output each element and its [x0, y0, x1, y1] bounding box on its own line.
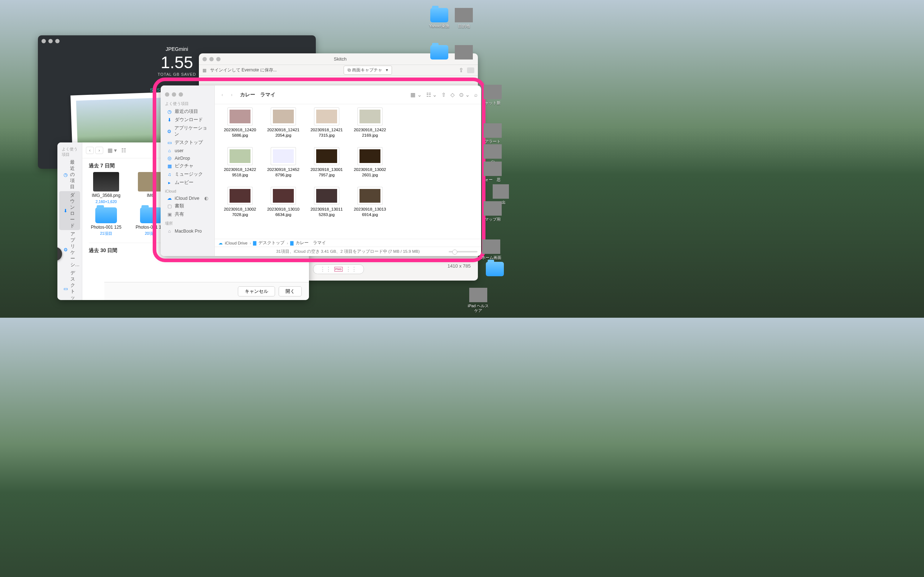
sidebar-item[interactable]: ☁︎iCloud Drive◐	[162, 194, 213, 202]
forward-button[interactable]: ›	[95, 147, 103, 154]
capture-button[interactable]: ⧉ 画面キャプチャ ▾	[344, 66, 392, 75]
file-thumbnail[interactable]	[271, 108, 296, 125]
file-name[interactable]: 20230918_124205886.jpg	[220, 127, 261, 138]
view-menu[interactable]: ▦ ▾	[108, 147, 117, 154]
signin-text[interactable]: サインインして Evernote に保存...	[210, 67, 277, 73]
file-name[interactable]: IMG	[147, 193, 155, 198]
folder-icon[interactable]	[95, 207, 117, 223]
file-name[interactable]: 20230918_130027028.jpg	[220, 206, 261, 218]
file-thumbnail[interactable]	[314, 148, 339, 165]
file-name[interactable]: 20230918_130022601.jpg	[349, 167, 391, 178]
file-name[interactable]: 20230918_124528796.jpg	[263, 167, 304, 178]
file-name[interactable]: 20230918_130106634.jpg	[263, 206, 304, 218]
file-thumbnail[interactable]	[314, 108, 339, 125]
sync-badge-icon: ◐	[204, 195, 208, 201]
file-thumbnail[interactable]	[228, 187, 252, 205]
more-icon[interactable]: ⊙ ⌄	[459, 92, 470, 98]
path-segment[interactable]: カレー ラマイ	[296, 240, 326, 246]
open-button[interactable]: 開く	[279, 286, 302, 297]
desktop-item[interactable]	[484, 262, 506, 278]
folder-icon: ▇	[290, 240, 294, 246]
file-name[interactable]: 20230918_124222169.jpg	[349, 127, 391, 138]
forward-button[interactable]: ›	[228, 91, 236, 98]
icon-size-slider[interactable]	[449, 251, 478, 253]
desktop-item[interactable]: ャット新	[481, 85, 504, 105]
sidebar-item[interactable]: ◷最近の項目	[59, 158, 80, 191]
finder-window: よく使う項目 ◷最近の項目⬇︎ダウンロード⚙︎アプリケーション▭デスクトップ⌂u…	[161, 85, 481, 256]
nav-buttons[interactable]: ‹›	[86, 147, 103, 154]
sidebar-item[interactable]: ◷最近の項目	[162, 108, 213, 116]
sidebar-item-label: AirDrop	[175, 156, 190, 161]
path-segment[interactable]: iCloud Drive	[225, 241, 247, 245]
back-button[interactable]: ‹	[86, 147, 94, 154]
drag-handle-icon[interactable]: ⋮⋮	[346, 266, 357, 272]
file-thumbnail[interactable]	[228, 108, 252, 125]
file-name[interactable]: 20230918_124212054.jpg	[263, 127, 304, 138]
folder-name[interactable]: Photos-001 125	[91, 225, 122, 230]
file-thumbnail[interactable]	[271, 187, 296, 205]
sidebar-item[interactable]: ▭デスクトップ	[59, 269, 80, 300]
share-icon[interactable]: ⇧	[441, 92, 446, 98]
path-bar[interactable]: ☁︎ iCloud Drive › ▇ デスクトップ › ▇ カレー ラマイ	[215, 239, 481, 247]
file-thumbnail[interactable]	[358, 108, 382, 125]
sidebar-item[interactable]: ▢書類	[162, 202, 213, 210]
file-thumbnail[interactable]	[93, 172, 119, 192]
sidebar-item[interactable]: ⌂MacBook Pro	[162, 227, 213, 235]
format-pill[interactable]: ⋮⋮ PNG ⋮⋮	[313, 264, 364, 274]
sidebar-item[interactable]: ▸ムービー	[162, 179, 213, 187]
back-button[interactable]: ‹	[218, 91, 226, 98]
sidebar-item[interactable]: ⚙︎アプリケーション	[162, 124, 213, 139]
file-name[interactable]: 20230918_130115283.jpg	[306, 206, 347, 218]
view-menu[interactable]: ▦ ⌄	[410, 92, 422, 98]
sidebar-item[interactable]: ⬇︎ダウンロード	[59, 191, 80, 230]
window-controls[interactable]	[199, 53, 224, 65]
sidebar-item[interactable]: ⬇︎ダウンロード	[162, 116, 213, 124]
status-text: 31項目、iCloud の空き 3.41 GB、2 項目をアップロード中 (7 …	[276, 249, 420, 254]
window-controls[interactable]	[38, 35, 316, 47]
nav-buttons[interactable]: ‹ ›	[218, 91, 236, 98]
search-icon[interactable]: ⌕	[474, 92, 478, 98]
desktop-item[interactable]: ホーム画面	[480, 239, 502, 260]
sidebar-item[interactable]: ♫ミュージック	[162, 170, 213, 179]
file-thumbnail[interactable]	[314, 187, 339, 205]
desktop-item[interactable]: ォー 思	[481, 161, 504, 182]
group-menu[interactable]: ☷	[121, 147, 126, 154]
file-name[interactable]: 20230918_124217315.jpg	[306, 127, 347, 138]
window-controls[interactable]	[161, 87, 215, 99]
path-segment[interactable]: デスクトップ	[258, 240, 284, 246]
desktop-item[interactable]: 目的地	[452, 8, 475, 29]
file-thumbnail[interactable]	[358, 148, 382, 165]
sidebar-item[interactable]: ▭デスクトップ	[162, 139, 213, 147]
file-thumbnail[interactable]	[228, 148, 252, 165]
grid-icon[interactable]: ▦	[202, 68, 207, 73]
sidebar-item[interactable]: ◎AirDrop	[162, 154, 213, 162]
image-box-icon[interactable]	[467, 68, 474, 73]
sidebar-item[interactable]: ▦ピクチャ	[162, 162, 213, 170]
file-thumbnail[interactable]	[138, 172, 164, 192]
group-menu[interactable]: ☷ ⌄	[426, 92, 437, 98]
share-icon[interactable]: ⇪	[459, 67, 464, 74]
file-name[interactable]: 20230918_130017957.jpg	[306, 167, 347, 178]
cancel-button[interactable]: キャンセル	[238, 286, 275, 297]
file-thumbnail[interactable]	[271, 148, 296, 165]
folder-icon[interactable]	[140, 207, 162, 223]
tag-icon[interactable]: ◇	[451, 92, 455, 98]
desktop-item[interactable]	[452, 45, 475, 61]
desktop-icon: ▭	[63, 286, 68, 292]
file-name[interactable]: 20230918_130136914.jpg	[349, 206, 391, 218]
desktop-item[interactable]: Yahoo!乗換	[428, 8, 451, 29]
desktop-item[interactable]: iPad ヘルスケア	[467, 288, 489, 313]
desktop-item[interactable]: アラート	[481, 123, 504, 144]
sidebar-item[interactable]: ▣共有	[162, 210, 213, 219]
sidebar-item-label: ダウンロード	[175, 117, 203, 123]
shared-icon: ▣	[167, 212, 172, 217]
file-name[interactable]: 20230918_124229518.jpg	[220, 167, 261, 178]
file-name[interactable]: IMG_3568.png	[92, 193, 120, 198]
sidebar-item[interactable]: ⚙︎アプリケーシ…	[59, 230, 80, 269]
drag-handle-icon[interactable]: ⋮⋮	[320, 266, 331, 272]
sidebar-item[interactable]: ⌂user	[162, 147, 213, 154]
desktop-item[interactable]: マップ用	[481, 201, 504, 222]
sidebar-item-label: 書類	[175, 203, 184, 209]
desktop-item[interactable]	[428, 45, 451, 61]
file-thumbnail[interactable]	[358, 187, 382, 205]
